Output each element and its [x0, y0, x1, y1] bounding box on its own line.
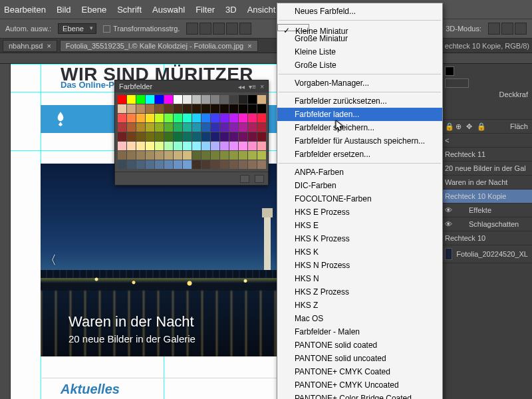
swatch-cell[interactable] — [164, 132, 173, 141]
swatch-cell[interactable] — [257, 142, 266, 150]
swatch-cell[interactable] — [220, 114, 229, 122]
swatch-cell[interactable] — [229, 123, 238, 132]
panel-menu-icon[interactable]: ▾≡ — [249, 83, 256, 90]
swatch-cell[interactable] — [136, 132, 145, 141]
menu-bild[interactable]: Bild — [57, 5, 71, 15]
menu-item[interactable]: Farbfelder zurücksetzen... — [277, 94, 442, 108]
menu-item[interactable]: Große Miniatur — [277, 32, 442, 45]
swatch-cell[interactable] — [220, 123, 229, 132]
align-btn-2[interactable] — [200, 23, 211, 35]
mode3d-btn-3[interactable] — [515, 23, 527, 35]
swatch-cell[interactable] — [136, 104, 145, 113]
swatch-cell[interactable] — [164, 151, 173, 160]
swatch-cell[interactable] — [146, 132, 154, 141]
tab-close-icon[interactable]: × — [47, 42, 51, 50]
menu-item[interactable]: Mac OS — [277, 312, 442, 325]
swatch-cell[interactable] — [201, 123, 210, 132]
swatch-cell[interactable] — [229, 104, 238, 113]
menu-item[interactable]: Neues Farbfeld... — [277, 5, 442, 18]
swatch-cell[interactable] — [155, 160, 164, 169]
swatch-cell[interactable] — [211, 114, 219, 122]
swatch-cell[interactable] — [239, 123, 247, 132]
swatch-cell[interactable] — [155, 114, 164, 122]
swatches-grid[interactable] — [115, 92, 268, 172]
layer-row[interactable]: Fotolia_20224520_XL — [441, 245, 532, 263]
swatch-cell[interactable] — [118, 151, 126, 160]
swatch-cell[interactable] — [257, 114, 266, 122]
swatch-cell[interactable] — [201, 132, 210, 141]
menu-ansicht[interactable]: Ansicht — [247, 5, 276, 15]
lock-all-icon[interactable]: 🔒 — [477, 122, 485, 130]
swatch-cell[interactable] — [192, 151, 201, 160]
menu-item[interactable]: PANTONE+ CMYK Uncoated — [277, 378, 442, 392]
align-btn-4[interactable] — [226, 23, 238, 35]
menu-item[interactable]: HKS N Prozess — [277, 259, 442, 272]
swatch-cell[interactable] — [183, 104, 192, 113]
swatch-cell[interactable] — [257, 95, 266, 104]
swatch-cell[interactable] — [239, 114, 247, 122]
swatch-cell[interactable] — [192, 114, 201, 122]
swatch-cell[interactable] — [174, 95, 182, 104]
align-btn-5[interactable] — [239, 23, 251, 35]
swatch-cell[interactable] — [164, 123, 173, 132]
swatch-cell[interactable] — [211, 142, 219, 150]
layer-row[interactable]: Rechteck 10 Kopie — [441, 190, 532, 203]
visibility-icon[interactable]: 👁 — [445, 206, 453, 214]
swatch-cell[interactable] — [164, 142, 173, 150]
menu-bearbeiten[interactable]: Bearbeiten — [4, 5, 46, 15]
swatch-cell[interactable] — [155, 123, 164, 132]
swatch-cell[interactable] — [155, 142, 164, 150]
menu-item[interactable]: FOCOLTONE-Farben — [277, 192, 442, 205]
swatch-cell[interactable] — [248, 160, 257, 169]
swatch-cell[interactable] — [136, 95, 145, 104]
layer-row[interactable]: 👁Schlagschatten — [441, 217, 532, 231]
menu-item[interactable]: ANPA-Farben — [277, 166, 442, 179]
menu-item[interactable]: PANTONE+ CMYK Coated — [277, 365, 442, 378]
swatch-cell[interactable] — [183, 132, 192, 141]
swatch-cell[interactable] — [220, 95, 229, 104]
swatch-cell[interactable] — [248, 95, 257, 104]
swatch-cell[interactable] — [257, 160, 266, 169]
swatch-cell[interactable] — [136, 151, 145, 160]
swatch-cell[interactable] — [192, 160, 201, 169]
swatch-cell[interactable] — [248, 123, 257, 132]
swatch-cell[interactable] — [239, 142, 247, 150]
swatch-cell[interactable] — [201, 104, 210, 113]
swatch-cell[interactable] — [201, 142, 210, 150]
swatches-panel-header[interactable]: Farbfelder ◂◂ ▾≡ × — [115, 80, 268, 92]
menu-item[interactable]: Große Liste — [277, 59, 442, 72]
swatch-cell[interactable] — [146, 114, 154, 122]
link-icon[interactable]: ⊕ — [456, 122, 464, 130]
swatch-cell[interactable] — [192, 104, 201, 113]
menu-item[interactable]: HKS K Prozess — [277, 232, 442, 245]
swatch-cell[interactable] — [164, 104, 173, 113]
swatch-cell[interactable] — [146, 142, 154, 150]
swatch-cell[interactable] — [164, 114, 173, 122]
swatch-cell[interactable] — [155, 151, 164, 160]
menu-item[interactable]: HKS N — [277, 272, 442, 285]
swatch-cell[interactable] — [174, 142, 182, 150]
swatch-cell[interactable] — [239, 160, 247, 169]
delete-swatch-icon[interactable] — [255, 175, 264, 183]
swatch-cell[interactable] — [136, 142, 145, 150]
menu-item[interactable]: Farbfelder für Austausch speichern... — [277, 134, 442, 148]
swatch-cell[interactable] — [155, 104, 164, 113]
swatch-cell[interactable] — [183, 160, 192, 169]
swatch-cell[interactable] — [201, 95, 210, 104]
swatch-cell[interactable] — [118, 160, 126, 169]
swatch-cell[interactable] — [257, 132, 266, 141]
swatch-cell[interactable] — [229, 132, 238, 141]
swatch-cell[interactable] — [248, 132, 257, 141]
swatch-cell[interactable] — [229, 142, 238, 150]
swatch-cell[interactable] — [127, 123, 136, 132]
layer-row[interactable]: Rechteck 10 — [441, 231, 532, 245]
layer-row[interactable]: Rechteck 11 — [441, 148, 532, 162]
swatch-cell[interactable] — [127, 95, 136, 104]
swatch-cell[interactable] — [127, 114, 136, 122]
menu-item[interactable]: Farbfelder - Malen — [277, 325, 442, 338]
panel-collapse-icon[interactable]: ◂◂ — [238, 83, 245, 90]
swatch-cell[interactable] — [174, 104, 182, 113]
menu-item[interactable]: PANTONE+ Color Bridge Coated — [277, 392, 442, 399]
swatch-cell[interactable] — [220, 142, 229, 150]
menu-item[interactable]: Farbfelder speichern... — [277, 121, 442, 134]
